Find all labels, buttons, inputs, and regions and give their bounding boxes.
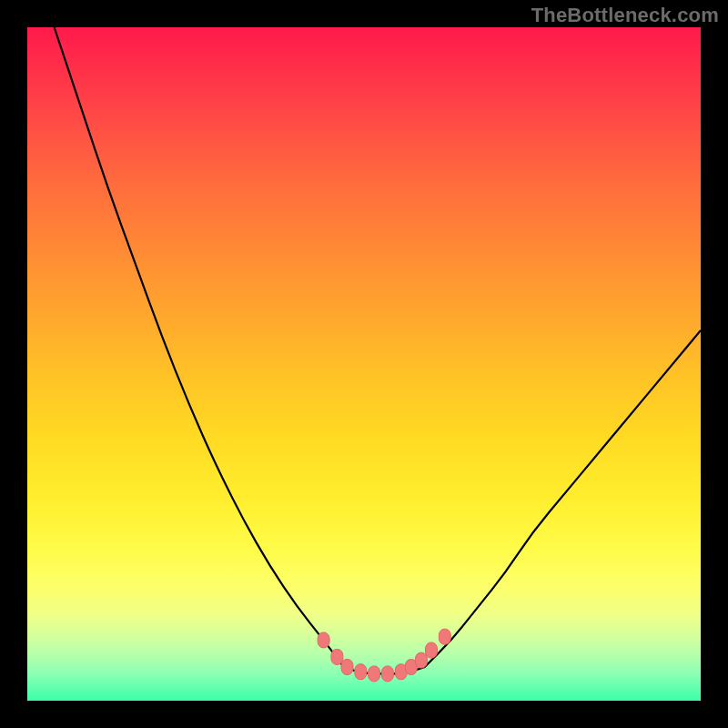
bottleneck-curve xyxy=(55,27,701,673)
data-marker xyxy=(331,649,343,664)
curve-path xyxy=(55,27,701,673)
data-marker xyxy=(355,664,367,680)
data-marker xyxy=(381,666,393,682)
chart-svg-layer xyxy=(27,27,701,701)
chart-frame: TheBottleneck.com xyxy=(0,0,728,728)
data-marker xyxy=(439,629,450,644)
data-marker xyxy=(426,642,438,658)
data-marker xyxy=(415,652,427,668)
data-marker xyxy=(369,666,380,682)
data-marker xyxy=(341,660,353,675)
marker-group xyxy=(318,629,450,682)
watermark-text: TheBottleneck.com xyxy=(531,4,719,27)
data-marker xyxy=(318,632,329,648)
